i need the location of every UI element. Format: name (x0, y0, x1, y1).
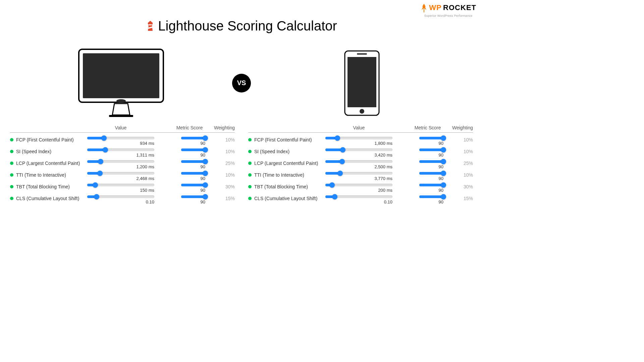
svg-rect-7 (357, 53, 367, 55)
value-slider[interactable] (325, 184, 392, 186)
metric-weight: 30% (208, 184, 235, 189)
metric-value: 934 ms (87, 141, 154, 146)
metric-weight: 10% (446, 148, 473, 154)
metric-weight: 10% (208, 137, 235, 142)
header-score: Metric Score (171, 125, 208, 130)
header-score: Metric Score (409, 125, 446, 130)
value-slider[interactable] (87, 172, 154, 175)
mobile-panel: Value Metric Score Weighting FCP (First … (248, 125, 473, 205)
metric-row: FCP (First Contentful Paint)1,800 ms9010… (248, 135, 473, 146)
metric-row: FCP (First Contentful Paint)934 ms9010% (10, 135, 235, 146)
header-value: Value (87, 125, 154, 130)
rocket-icon (420, 3, 428, 14)
metric-row: TBT (Total Blocking Time)150 ms9030% (10, 182, 235, 193)
metric-value: 3,770 ms (325, 176, 392, 181)
value-slider[interactable] (87, 184, 154, 186)
metric-value: 2,468 ms (87, 176, 154, 181)
metric-value: 1,311 ms (87, 153, 154, 158)
value-slider[interactable] (325, 172, 392, 175)
metric-row: SI (Speed Index)1,311 ms9010% (10, 146, 235, 158)
status-dot (248, 162, 252, 165)
metric-name: CLS (Cumulative Layout Shift) (16, 195, 87, 201)
metric-value: 1,200 ms (87, 164, 154, 169)
metric-value: 0.10 (325, 199, 392, 204)
table-header: Value Metric Score Weighting (248, 125, 473, 132)
svg-rect-6 (347, 57, 376, 107)
value-slider[interactable] (87, 160, 154, 163)
metric-row: LCP (Largest Contentful Paint)1,200 ms90… (10, 158, 235, 170)
status-dot (10, 150, 13, 153)
score-slider[interactable] (181, 184, 208, 186)
metric-weight: 15% (446, 195, 473, 201)
score-slider[interactable] (181, 172, 208, 175)
score-slider[interactable] (419, 184, 446, 186)
score-slider[interactable] (419, 195, 446, 198)
metric-value: 0.10 (87, 199, 154, 204)
score-slider[interactable] (181, 195, 208, 198)
value-slider[interactable] (87, 148, 154, 151)
metric-row: TTI (Time to Interactive)2,468 ms9010% (10, 170, 235, 182)
metric-row: CLS (Cumulative Layout Shift)0.109015% (10, 193, 235, 205)
metric-weight: 15% (208, 195, 235, 201)
svg-rect-2 (83, 53, 159, 98)
desktop-panel: Value Metric Score Weighting FCP (First … (10, 125, 235, 205)
value-slider[interactable] (325, 160, 392, 163)
svg-rect-0 (149, 24, 152, 25)
score-slider[interactable] (419, 172, 446, 175)
metric-score: 90 (409, 153, 446, 158)
score-slider[interactable] (419, 148, 446, 151)
metric-score: 90 (171, 176, 208, 181)
metric-row: TTI (Time to Interactive)3,770 ms9010% (248, 170, 473, 182)
metric-name: SI (Speed Index) (254, 148, 325, 154)
metric-name: SI (Speed Index) (16, 148, 87, 154)
metric-score: 90 (171, 164, 208, 169)
value-slider[interactable] (325, 195, 392, 198)
metric-row: TBT (Total Blocking Time)200 ms9030% (248, 182, 473, 193)
metric-score: 90 (171, 141, 208, 146)
status-dot (248, 197, 252, 200)
metric-score: 90 (171, 199, 208, 204)
metric-weight: 10% (208, 148, 235, 154)
metric-name: TTI (Time to Interactive) (16, 172, 87, 178)
value-slider[interactable] (87, 137, 154, 139)
metric-row: CLS (Cumulative Layout Shift)0.109015% (248, 193, 473, 205)
score-slider[interactable] (419, 137, 446, 139)
metric-weight: 10% (446, 137, 473, 142)
header-weight: Weighting (208, 125, 235, 130)
metric-name: FCP (First Contentful Paint) (254, 137, 325, 142)
lighthouse-icon (146, 19, 155, 35)
metric-score: 90 (409, 164, 446, 169)
score-slider[interactable] (181, 148, 208, 151)
score-slider[interactable] (181, 137, 208, 139)
score-slider[interactable] (181, 160, 208, 163)
value-slider[interactable] (325, 137, 392, 139)
metric-name: TTI (Time to Interactive) (254, 172, 325, 178)
mobile-icon (343, 50, 380, 117)
svg-rect-4 (109, 115, 133, 117)
metric-row: SI (Speed Index)3,420 ms9010% (248, 146, 473, 158)
metric-weight: 25% (446, 160, 473, 166)
score-slider[interactable] (419, 160, 446, 163)
desktop-metrics: FCP (First Contentful Paint)934 ms9010%S… (10, 135, 235, 205)
value-slider[interactable] (87, 195, 154, 198)
vs-badge: VS (232, 74, 251, 93)
table-header: Value Metric Score Weighting (10, 125, 235, 132)
metric-value: 2,500 ms (325, 164, 392, 169)
metric-value: 1,800 ms (325, 141, 392, 146)
metric-score: 90 (409, 199, 446, 204)
metric-score: 90 (171, 153, 208, 158)
metric-name: TBT (Total Blocking Time) (16, 184, 87, 189)
metric-weight: 30% (446, 184, 473, 189)
value-slider[interactable] (325, 148, 392, 151)
brand-logo: WP ROCKET Superior WordPress Performance (420, 3, 476, 17)
metric-score: 90 (409, 176, 446, 181)
brand-name: ROCKET (443, 3, 476, 12)
page-title: Lighthouse Scoring Calculator (0, 18, 483, 35)
metric-score: 90 (171, 188, 208, 193)
metric-name: FCP (First Contentful Paint) (16, 137, 87, 142)
desktop-icon (77, 48, 165, 118)
metric-name: LCP (Largest Contentful Paint) (16, 160, 87, 166)
metric-name: LCP (Largest Contentful Paint) (254, 160, 325, 166)
brand-tagline: Superior WordPress Performance (420, 14, 476, 17)
metric-value: 3,420 ms (325, 153, 392, 158)
